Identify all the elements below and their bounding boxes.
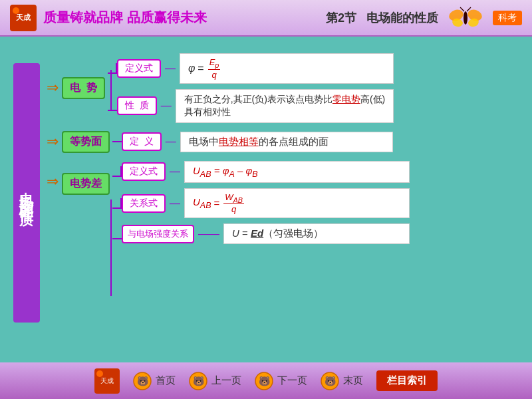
last-button[interactable]: 🐻 末页 — [321, 372, 363, 390]
formula-3-1: UAB = φA – φB — [184, 161, 410, 183]
sub-box-1-2: 性 质 — [117, 96, 157, 115]
sub-box-3-3: 与电场强度关系 — [122, 225, 194, 243]
header: 天成 质量铸就品牌 品质赢得未来 第2节 电场能的性质 科考 — [0, 0, 532, 37]
arr-1-1: — — [165, 63, 176, 74]
section-title: 电场能的性质 — [366, 10, 438, 26]
prev-label: 上一页 — [211, 374, 241, 387]
svg-text:🐻: 🐻 — [325, 376, 336, 387]
cat-box-3: 电势差 — [62, 173, 110, 195]
formula-3-3: U = Ed（匀强电场） — [223, 223, 410, 244]
sub-box-1-1: 定义式 — [117, 59, 161, 78]
section-2-row: ⇒ 等势面 定 义 — 电场中电势相等的各点组成的面 — [47, 131, 519, 153]
header-left: 天成 质量铸就品牌 品质赢得未来 — [10, 5, 207, 31]
svg-text:天成: 天成 — [100, 377, 114, 384]
last-icon: 🐻 — [321, 372, 339, 390]
sub-box-3-1: 定义式 — [122, 162, 166, 181]
footer: 天成 🐻 首页 🐻 上一页 🐻 下一页 🐻 末页 栏目索引 — [0, 362, 532, 399]
svg-text:🐻: 🐻 — [259, 376, 271, 387]
arrow-2: ⇒ — [47, 133, 59, 150]
header-right: 第2节 电场能的性质 科考 — [326, 5, 522, 31]
logo-footer: 天成 — [94, 368, 120, 394]
item-3-1: 定义式 — UAB = φA – φB — [112, 161, 410, 183]
section-1-bracket: 定义式 — φ = Ep q — [108, 51, 394, 126]
diagram-content: ⇒ 电 势 定义式 — φ = Ep — [47, 47, 519, 251]
section-2-content: 定 义 — 电场中电势相等的各点组成的面 — [112, 132, 393, 152]
cat-box-1: 电 势 — [62, 77, 105, 99]
section-3-row: ⇒ 电势差 定义式 — UAB = φA – φB — [47, 158, 519, 247]
prev-button[interactable]: 🐻 上一页 — [189, 372, 241, 390]
item-1-2: 性 质 — 有正负之分,其正(负)表示该点电势比零电势高(低)具有相对性 — [108, 89, 394, 123]
svg-point-2 — [13, 7, 19, 14]
svg-point-7 — [464, 11, 467, 25]
cat-box-2: 等势面 — [62, 131, 110, 153]
item-3-2: 关系式 — UAB = WAB q — [112, 188, 410, 219]
formula-1-2: 有正负之分,其正(负)表示该点电势比零电势高(低)具有相对性 — [176, 89, 394, 123]
arrow-1: ⇒ — [47, 79, 59, 96]
highlight-zero-potential: 零电势 — [332, 94, 360, 104]
ref-label: 科考 — [493, 11, 522, 25]
logo: 天成 — [10, 5, 37, 31]
formula-3-2: UAB = WAB q — [184, 188, 410, 219]
main-area: 电场能的性质 ⇒ 电 势 定义式 — φ — [0, 37, 532, 362]
formula-1-1: φ = Ep q — [180, 53, 394, 84]
home-icon: 🐻 — [133, 372, 152, 390]
item-3-3: 与电场强度关系 —— U = Ed（匀强电场） — [112, 223, 410, 244]
arrow-3: ⇒ — [47, 173, 59, 190]
svg-text:🐻: 🐻 — [193, 376, 205, 387]
highlight-equal-potential: 电势相等 — [219, 136, 259, 147]
arr-1-2: — — [161, 100, 172, 112]
header-title: 质量铸就品牌 品质赢得未来 — [43, 9, 207, 27]
home-button[interactable]: 🐻 首页 — [133, 372, 176, 390]
item-1-1: 定义式 — φ = Ep q — [108, 53, 394, 84]
sub-box-3-2: 关系式 — [122, 194, 166, 213]
formula-2: 电场中电势相等的各点组成的面 — [180, 132, 393, 152]
sub-box-2: 定 义 — [122, 132, 162, 151]
next-icon: 🐻 — [255, 372, 273, 390]
svg-text:🐻: 🐻 — [137, 376, 149, 387]
index-label: 栏目索引 — [387, 374, 427, 386]
prev-icon: 🐻 — [189, 372, 207, 390]
section-3-bracket: 定义式 — UAB = φA – φB 关系式 — UAB — [112, 158, 410, 247]
index-button[interactable]: 栏目索引 — [376, 370, 438, 391]
section-number: 第2节 — [326, 10, 356, 26]
butterfly-icon — [448, 5, 483, 31]
next-button[interactable]: 🐻 下一页 — [255, 372, 307, 390]
next-label: 下一页 — [277, 374, 307, 387]
home-label: 首页 — [156, 374, 176, 387]
svg-point-14 — [96, 370, 103, 377]
section-1-row: ⇒ 电 势 定义式 — φ = Ep — [47, 51, 519, 126]
left-label: 电场能的性质 — [13, 63, 40, 323]
svg-text:天成: 天成 — [15, 13, 31, 21]
last-label: 末页 — [343, 374, 363, 387]
